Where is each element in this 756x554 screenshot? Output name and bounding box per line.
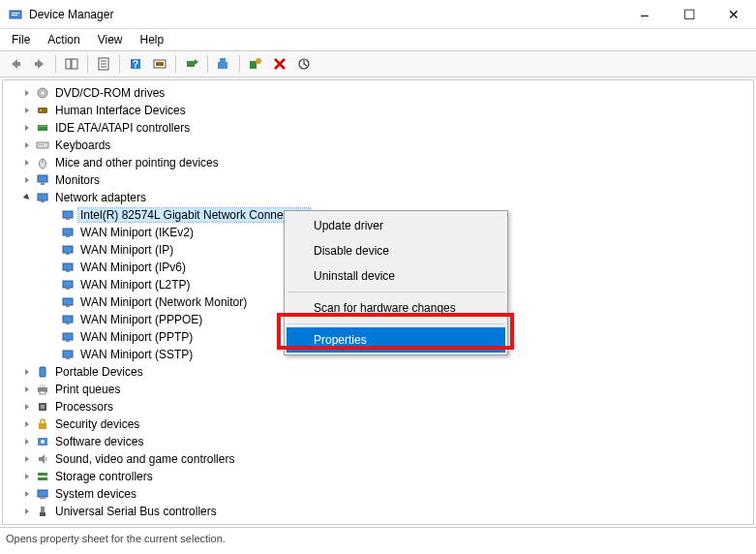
hid-icon bbox=[35, 103, 50, 118]
toolbar-separator bbox=[87, 55, 88, 73]
toolbar-separator bbox=[207, 55, 208, 73]
system-icon bbox=[35, 486, 50, 502]
expand-icon[interactable] bbox=[20, 417, 34, 431]
expand-icon[interactable] bbox=[20, 104, 34, 117]
svg-rect-65 bbox=[40, 498, 45, 499]
svg-rect-14 bbox=[218, 62, 227, 69]
svg-rect-42 bbox=[66, 270, 70, 272]
update-driver-button[interactable] bbox=[212, 53, 235, 75]
svg-rect-34 bbox=[41, 200, 45, 202]
category-row[interactable]: Storage controllers bbox=[3, 468, 753, 485]
device-label: WAN Miniport (L2TP) bbox=[78, 278, 193, 292]
network-adapter-icon bbox=[60, 225, 76, 240]
category-row[interactable]: Processors bbox=[3, 398, 753, 416]
category-row[interactable]: System devices bbox=[3, 485, 753, 503]
svg-rect-50 bbox=[66, 340, 70, 342]
category-row[interactable]: Monitors bbox=[3, 171, 753, 189]
category-row[interactable]: Portable Devices bbox=[3, 363, 753, 381]
scan-hardware-button[interactable] bbox=[180, 53, 203, 75]
svg-point-20 bbox=[42, 92, 45, 95]
svg-rect-12 bbox=[156, 62, 164, 66]
forward-button[interactable] bbox=[28, 53, 51, 75]
category-row[interactable]: Print queues bbox=[3, 381, 753, 398]
device-label: WAN Miniport (SSTP) bbox=[78, 348, 195, 361]
disc-icon bbox=[35, 85, 50, 101]
disable-button[interactable] bbox=[292, 53, 316, 75]
svg-point-61 bbox=[41, 440, 45, 444]
expand-icon[interactable] bbox=[20, 173, 34, 187]
ctx-uninstall-device[interactable]: Uninstall device bbox=[287, 263, 505, 289]
svg-rect-15 bbox=[220, 58, 226, 62]
ctx-update-driver[interactable]: Update driver bbox=[287, 213, 505, 238]
properties-button[interactable] bbox=[92, 53, 115, 75]
network-adapter-icon bbox=[60, 294, 76, 310]
help-button[interactable]: ? bbox=[124, 53, 147, 75]
category-row[interactable]: DVD/CD-ROM drives bbox=[3, 84, 753, 102]
svg-text:?: ? bbox=[133, 59, 138, 70]
expand-icon[interactable] bbox=[20, 156, 34, 169]
software-icon bbox=[35, 434, 50, 449]
delete-button[interactable] bbox=[268, 53, 291, 75]
back-button[interactable] bbox=[4, 53, 27, 75]
category-network-adapters[interactable]: Network adapters bbox=[3, 189, 753, 206]
category-row[interactable]: Sound, video and game controllers bbox=[3, 450, 753, 468]
svg-rect-56 bbox=[40, 391, 45, 394]
action-button[interactable] bbox=[148, 53, 171, 75]
svg-rect-52 bbox=[66, 357, 70, 359]
category-label: Portable Devices bbox=[53, 365, 145, 379]
minimize-button[interactable]: – bbox=[622, 0, 667, 29]
portable-icon bbox=[35, 364, 50, 380]
expand-icon[interactable] bbox=[20, 86, 34, 100]
svg-rect-33 bbox=[38, 194, 47, 200]
category-row[interactable]: Software devices bbox=[3, 433, 753, 450]
uninstall-button[interactable] bbox=[244, 53, 267, 75]
expand-icon[interactable] bbox=[20, 435, 34, 448]
show-hide-tree-button[interactable] bbox=[60, 53, 83, 75]
maximize-button[interactable]: ☐ bbox=[667, 0, 711, 29]
expand-icon[interactable] bbox=[20, 121, 34, 135]
svg-rect-44 bbox=[66, 288, 70, 290]
menu-file[interactable]: File bbox=[4, 31, 38, 48]
app-icon bbox=[8, 7, 23, 22]
category-row[interactable]: Universal Serial Bus controllers bbox=[3, 503, 753, 520]
ctx-properties[interactable]: Properties bbox=[287, 327, 505, 353]
monitor-icon bbox=[35, 172, 50, 188]
expand-icon[interactable] bbox=[20, 452, 34, 466]
device-tree[interactable]: DVD/CD-ROM drivesHuman Interface Devices… bbox=[2, 79, 754, 525]
svg-rect-2 bbox=[12, 15, 17, 15]
svg-rect-21 bbox=[38, 108, 47, 113]
svg-rect-3 bbox=[66, 59, 71, 69]
collapse-icon[interactable] bbox=[20, 191, 34, 204]
ctx-scan-hardware[interactable]: Scan for hardware changes bbox=[287, 295, 505, 321]
expand-icon[interactable] bbox=[20, 365, 34, 379]
category-row[interactable]: Human Interface Devices bbox=[3, 102, 753, 119]
category-row[interactable]: IDE ATA/ATAPI controllers bbox=[3, 119, 753, 137]
expand-icon[interactable] bbox=[20, 138, 34, 152]
svg-rect-64 bbox=[38, 490, 47, 497]
category-row[interactable]: Security devices bbox=[3, 416, 753, 433]
ctx-disable-device[interactable]: Disable device bbox=[287, 238, 505, 263]
svg-rect-27 bbox=[41, 144, 42, 145]
close-button[interactable]: ✕ bbox=[711, 0, 756, 29]
titlebar: Device Manager – ☐ ✕ bbox=[0, 0, 756, 29]
expand-icon[interactable] bbox=[20, 487, 34, 501]
expand-icon[interactable] bbox=[20, 383, 34, 396]
category-row[interactable]: Mice and other pointing devices bbox=[3, 154, 753, 171]
svg-rect-48 bbox=[66, 323, 70, 324]
svg-rect-55 bbox=[40, 385, 45, 387]
expand-icon[interactable] bbox=[20, 470, 34, 483]
menu-view[interactable]: View bbox=[90, 31, 131, 48]
category-label: Monitors bbox=[53, 173, 102, 187]
expand-icon[interactable] bbox=[20, 505, 34, 518]
device-label: WAN Miniport (IP) bbox=[78, 243, 175, 257]
toolbar-separator bbox=[175, 55, 176, 73]
svg-rect-47 bbox=[63, 316, 73, 323]
network-adapter-icon bbox=[60, 329, 76, 345]
category-label: Mice and other pointing devices bbox=[53, 156, 221, 169]
expand-icon[interactable] bbox=[20, 400, 34, 414]
menu-action[interactable]: Action bbox=[40, 31, 87, 48]
svg-rect-31 bbox=[38, 175, 47, 182]
category-row[interactable]: Keyboards bbox=[3, 137, 753, 154]
ctx-separator bbox=[287, 323, 504, 324]
menu-help[interactable]: Help bbox=[133, 31, 172, 48]
